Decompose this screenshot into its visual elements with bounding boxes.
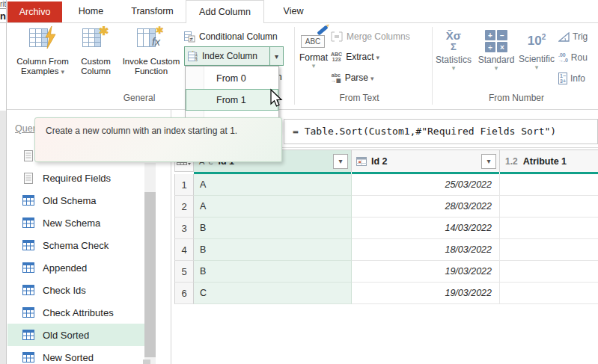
tab-transform[interactable]: Transform xyxy=(119,0,186,22)
query-item-new-schema[interactable]: New Schema xyxy=(7,212,144,234)
trigonometry-button[interactable]: Trig xyxy=(558,30,598,43)
cell-id2[interactable]: 18/03/2022 xyxy=(352,239,500,261)
table-star-icon: ✱ xyxy=(82,25,110,52)
button-label-line2: Examples xyxy=(21,67,64,77)
row-number[interactable]: 5 xyxy=(174,261,194,283)
table-icon xyxy=(21,330,36,340)
information-icon: 1− 3+ xyxy=(558,73,567,84)
svg-text:fx: fx xyxy=(152,36,161,48)
row-number[interactable]: 1 xyxy=(174,174,194,196)
column-name: Id 2 xyxy=(371,156,388,167)
extract-button[interactable]: ABC 123 Extract xyxy=(331,50,379,64)
cell-atribute1[interactable] xyxy=(500,196,598,218)
column-from-examples-button[interactable]: Column From Examples xyxy=(9,25,76,90)
parse-label: Parse xyxy=(345,73,374,83)
information-button[interactable]: 1− 3+ Info xyxy=(558,72,598,85)
cell-id1[interactable]: B xyxy=(194,218,352,239)
group-label-general: General xyxy=(91,93,188,103)
menu-item-from-0[interactable]: From 0 xyxy=(186,67,278,89)
edge-gray-panel xyxy=(0,111,6,364)
table-fx-icon: ✱ fx xyxy=(136,25,166,52)
table-icon xyxy=(21,218,36,228)
conditional-column-button[interactable]: ≠ Conditional Column xyxy=(184,31,278,43)
tab-view[interactable]: View xyxy=(264,0,323,22)
rounding-label: Rou xyxy=(571,52,588,63)
row-number[interactable]: 6 xyxy=(174,283,194,304)
cell-id2[interactable]: 28/03/2022 xyxy=(352,196,500,218)
cell-id1[interactable]: C xyxy=(194,283,352,304)
menu-item-from-1-highlighted[interactable]: From 1 xyxy=(186,89,278,111)
query-item-appended[interactable]: Appended xyxy=(7,256,144,279)
cell-atribute1[interactable] xyxy=(500,174,598,196)
filter-dropdown-button[interactable] xyxy=(333,154,348,169)
format-label: Format xyxy=(299,52,328,63)
cell-atribute1[interactable] xyxy=(500,218,598,239)
cell-id1[interactable]: B xyxy=(194,239,352,261)
row-number[interactable]: 4 xyxy=(174,239,194,261)
merge-columns-button[interactable]: Merge Columns xyxy=(331,30,410,43)
tab-home[interactable]: Home xyxy=(63,0,119,22)
custom-column-button[interactable]: ✱ Custom Column xyxy=(76,25,115,90)
standard-label: Standard xyxy=(478,55,515,65)
row-number[interactable]: 3 xyxy=(174,218,194,239)
standard-button[interactable]: + − ÷ × Standard ▾ xyxy=(476,27,516,93)
rounding-button[interactable]: .00 →.0 Rou xyxy=(558,51,598,64)
filter-dropdown-button[interactable] xyxy=(481,154,496,169)
tooltip: Create a new column with an index starti… xyxy=(34,117,282,162)
cell-id1[interactable]: B xyxy=(194,261,352,283)
query-item-check-ids[interactable]: Check Ids xyxy=(7,279,144,301)
query-item-old-schema[interactable]: Old Schema xyxy=(7,189,144,212)
query-item-old-sorted-selected[interactable]: Old Sorted xyxy=(7,324,144,346)
ribbon-divider xyxy=(7,109,598,110)
tooltip-text: Create a new column with an index starti… xyxy=(46,126,237,136)
cell-id2[interactable]: 19/03/2022 xyxy=(352,261,500,283)
cell-atribute1[interactable] xyxy=(500,261,598,283)
rounding-icon: .00 →.0 xyxy=(558,52,568,63)
document-icon xyxy=(21,173,36,184)
row-number[interactable]: 2 xyxy=(174,196,194,218)
query-item-schema-check[interactable]: Schema Check xyxy=(7,234,144,256)
column-header-id2[interactable]: Id 2 xyxy=(352,149,500,172)
query-item-label: Appended xyxy=(43,262,87,274)
cell-id2[interactable]: 19/03/2022 xyxy=(352,283,500,304)
cell-atribute1[interactable] xyxy=(500,283,598,304)
parse-button[interactable]: abc →▦ Parse xyxy=(331,71,374,84)
formula-bar-input[interactable]: = Table.Sort(Custom1,#"Required Fields S… xyxy=(284,119,598,144)
group-label-from-number: From Number xyxy=(472,93,561,103)
cell-id2[interactable]: 25/03/2022 xyxy=(352,174,500,196)
index-column-label: Index Column xyxy=(202,51,257,61)
column-header-atribute1[interactable]: 1.2 Atribute 1 xyxy=(500,149,598,172)
svg-text:≠: ≠ xyxy=(190,36,194,43)
query-item-check-attributes[interactable]: Check Attributes xyxy=(7,301,144,324)
query-item-label: Check Attributes xyxy=(43,307,114,318)
svg-text:✱: ✱ xyxy=(156,25,164,36)
decimal-type-icon: 1.2 xyxy=(505,156,518,167)
query-item-required-fields[interactable]: Required Fields xyxy=(7,167,144,189)
scientific-button[interactable]: 102 Scientific ▾ xyxy=(516,27,557,93)
table-icon xyxy=(21,307,36,318)
cell-id2[interactable]: 14/03/2022 xyxy=(352,218,500,239)
tab-archivo[interactable]: Archivo xyxy=(7,1,62,22)
column-name: Atribute 1 xyxy=(523,156,567,167)
statistics-button[interactable]: X̄σ Σ Statistics ▾ xyxy=(433,27,475,93)
svg-text:✱: ✱ xyxy=(190,51,196,53)
table-lightning-icon xyxy=(28,25,57,52)
conditional-column-icon: ≠ xyxy=(184,31,195,43)
cell-id1[interactable]: A xyxy=(194,196,352,218)
index-column-split-button[interactable]: 1 2 3 ✱ Index Column xyxy=(184,46,284,66)
query-item-new-sorted[interactable]: New Sorted xyxy=(7,346,144,364)
sidebar-scrollbar-thumb[interactable] xyxy=(144,192,156,357)
index-column-dropdown-arrow[interactable] xyxy=(269,47,283,65)
query-item-label: Schema Check xyxy=(43,240,109,251)
tab-add-column[interactable]: Add Column xyxy=(186,0,264,23)
button-label-line1: Invoke Custom xyxy=(123,57,180,67)
cell-id1[interactable]: A xyxy=(194,174,352,196)
format-button[interactable]: ABC Format ▾ xyxy=(295,27,332,93)
cell-atribute1[interactable] xyxy=(500,239,598,261)
extract-icon: ABC 123 xyxy=(331,52,342,62)
format-abc-pencil-icon: ABC xyxy=(300,30,327,49)
query-item-label: Old Sorted xyxy=(43,330,89,341)
invoke-custom-function-button[interactable]: ✱ fx Invoke Custom Function xyxy=(115,25,187,90)
mouse-cursor-icon xyxy=(266,88,284,111)
statistics-label: Statistics xyxy=(436,55,472,65)
